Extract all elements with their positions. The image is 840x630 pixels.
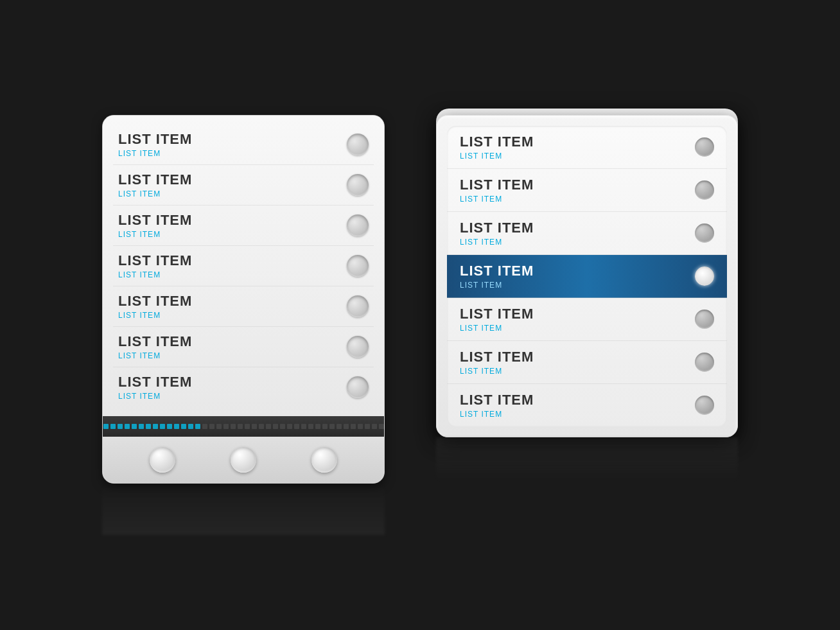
radio-button-left-4[interactable]: [347, 295, 369, 317]
list-text: LIST ITEM LIST ITEM: [118, 212, 192, 239]
left-list-row[interactable]: LIST ITEM LIST ITEM: [113, 246, 374, 286]
right-list-row[interactable]: LIST ITEM LIST ITEM: [447, 255, 727, 298]
led-5: [139, 424, 144, 429]
led-26: [287, 424, 292, 429]
right-secondary-0: LIST ITEM: [460, 152, 534, 161]
led-31: [322, 424, 328, 429]
list-primary-0: LIST ITEM: [118, 131, 192, 148]
right-list-text-5: LIST ITEM LIST ITEM: [460, 349, 534, 376]
right-list-row[interactable]: LIST ITEM LIST ITEM: [447, 212, 727, 255]
led-36: [358, 424, 363, 429]
right-primary-2: LIST ITEM: [460, 220, 534, 236]
led-15: [209, 424, 214, 429]
led-8: [160, 424, 165, 429]
right-list-text-3: LIST ITEM LIST ITEM: [460, 263, 534, 290]
tab-button-1[interactable]: [150, 447, 175, 473]
tab-button-3[interactable]: [311, 447, 337, 473]
led-25: [280, 424, 285, 429]
led-0: [103, 424, 109, 429]
led-bar: [103, 416, 384, 437]
right-secondary-5: LIST ITEM: [460, 367, 534, 376]
list-primary-1: LIST ITEM: [118, 171, 192, 188]
right-list-text-1: LIST ITEM LIST ITEM: [460, 177, 534, 204]
list-secondary-6: LIST ITEM: [118, 392, 192, 401]
radio-button-right-2[interactable]: [695, 223, 714, 243]
left-list-row[interactable]: LIST ITEM LIST ITEM: [113, 367, 374, 407]
left-list-row[interactable]: LIST ITEM LIST ITEM: [113, 206, 374, 246]
list-text: LIST ITEM LIST ITEM: [118, 252, 192, 279]
scene: LIST ITEM LIST ITEM LIST ITEM LIST ITEM …: [102, 96, 738, 535]
right-list-row[interactable]: LIST ITEM LIST ITEM: [447, 298, 727, 341]
led-strip: [103, 424, 384, 429]
radio-button-left-0[interactable]: [347, 134, 369, 155]
led-2: [118, 424, 123, 429]
led-23: [266, 424, 271, 429]
radio-button-left-1[interactable]: [347, 174, 369, 196]
right-list-text-6: LIST ITEM LIST ITEM: [460, 392, 534, 419]
led-14: [202, 424, 207, 429]
left-panel: LIST ITEM LIST ITEM LIST ITEM LIST ITEM …: [102, 109, 385, 535]
led-6: [146, 424, 151, 429]
left-card: LIST ITEM LIST ITEM LIST ITEM LIST ITEM …: [102, 115, 385, 484]
left-reflection: [102, 484, 385, 535]
led-13: [195, 424, 200, 429]
list-text: LIST ITEM LIST ITEM: [118, 374, 192, 401]
left-list-row[interactable]: LIST ITEM LIST ITEM: [113, 125, 374, 165]
right-secondary-2: LIST ITEM: [460, 238, 534, 247]
right-primary-3: LIST ITEM: [460, 263, 534, 279]
list-primary-4: LIST ITEM: [118, 293, 192, 310]
radio-button-left-5[interactable]: [347, 336, 369, 358]
radio-button-right-6[interactable]: [695, 396, 714, 415]
led-33: [337, 424, 342, 429]
radio-button-left-3[interactable]: [347, 255, 369, 277]
led-20: [245, 424, 250, 429]
radio-button-right-4[interactable]: [695, 310, 714, 329]
list-primary-2: LIST ITEM: [118, 212, 192, 229]
tab-button-2[interactable]: [231, 447, 256, 473]
led-37: [365, 424, 370, 429]
radio-button-right-5[interactable]: [695, 353, 714, 372]
right-list-row[interactable]: LIST ITEM LIST ITEM: [447, 126, 727, 169]
right-secondary-1: LIST ITEM: [460, 195, 534, 204]
left-list-row[interactable]: LIST ITEM LIST ITEM: [113, 165, 374, 206]
list-secondary-4: LIST ITEM: [118, 311, 192, 320]
led-29: [308, 424, 313, 429]
list-text: LIST ITEM LIST ITEM: [118, 131, 192, 158]
list-secondary-1: LIST ITEM: [118, 189, 192, 198]
radio-button-right-0[interactable]: [695, 137, 714, 157]
led-38: [372, 424, 377, 429]
right-list-text-4: LIST ITEM LIST ITEM: [460, 306, 534, 333]
led-22: [259, 424, 264, 429]
tab-area: [103, 437, 384, 483]
right-secondary-4: LIST ITEM: [460, 324, 534, 333]
led-32: [329, 424, 335, 429]
left-list-row[interactable]: LIST ITEM LIST ITEM: [113, 327, 374, 367]
right-outer: LIST ITEM LIST ITEM LIST ITEM LIST ITEM …: [436, 109, 738, 437]
right-list-row[interactable]: LIST ITEM LIST ITEM: [447, 384, 727, 426]
radio-button-left-2[interactable]: [347, 214, 369, 236]
led-18: [231, 424, 236, 429]
led-19: [238, 424, 243, 429]
led-3: [125, 424, 130, 429]
list-primary-3: LIST ITEM: [118, 252, 192, 269]
led-11: [181, 424, 186, 429]
right-primary-1: LIST ITEM: [460, 177, 534, 193]
led-21: [252, 424, 257, 429]
list-text: LIST ITEM LIST ITEM: [118, 293, 192, 320]
list-primary-6: LIST ITEM: [118, 374, 192, 390]
radio-button-right-1[interactable]: [695, 180, 714, 200]
right-list-row[interactable]: LIST ITEM LIST ITEM: [447, 341, 727, 384]
left-list-area: LIST ITEM LIST ITEM LIST ITEM LIST ITEM …: [103, 116, 384, 416]
left-list-row[interactable]: LIST ITEM LIST ITEM: [113, 286, 374, 327]
right-reflection: [436, 437, 738, 482]
right-primary-4: LIST ITEM: [460, 306, 534, 322]
list-secondary-2: LIST ITEM: [118, 230, 192, 239]
radio-button-right-3[interactable]: [695, 267, 714, 286]
right-list-row[interactable]: LIST ITEM LIST ITEM: [447, 169, 727, 212]
right-secondary-3: LIST ITEM: [460, 281, 534, 290]
list-text: LIST ITEM LIST ITEM: [118, 333, 192, 360]
led-16: [216, 424, 222, 429]
right-list-text-2: LIST ITEM LIST ITEM: [460, 220, 534, 247]
led-17: [223, 424, 229, 429]
radio-button-left-6[interactable]: [347, 376, 369, 398]
